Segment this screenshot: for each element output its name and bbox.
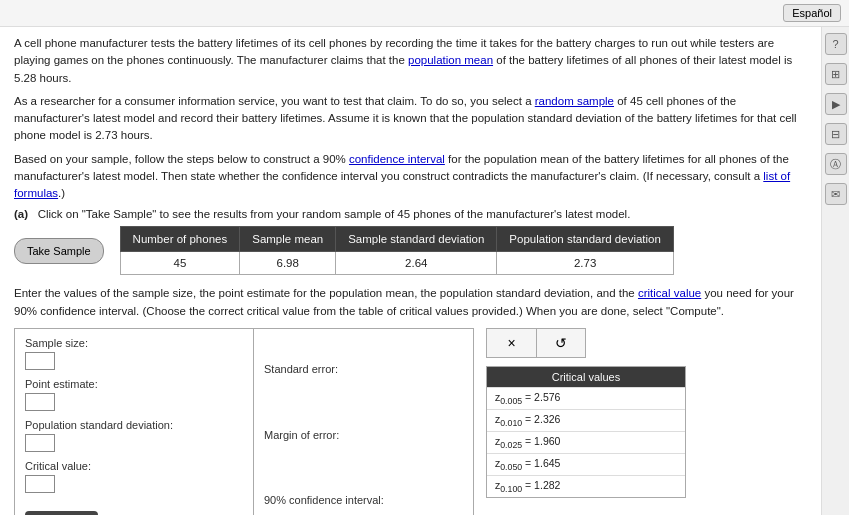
- col-header-num-phones: Number of phones: [120, 227, 240, 252]
- critical-value-group: Critical value:: [25, 460, 243, 493]
- cv-row-4: z0.050 = 1.645: [487, 453, 685, 475]
- cv-value-3: z0.025 = 1.960: [495, 435, 560, 447]
- cv-row-5: z0.100 = 1.282: [487, 475, 685, 497]
- standard-error-row: Standard error:: [264, 363, 463, 375]
- content-area: A cell phone manufacturer tests the batt…: [0, 27, 821, 515]
- cell-sample-std: 2.64: [336, 252, 497, 275]
- col-header-pop-std: Population standard deviation: [497, 227, 674, 252]
- espanol-button[interactable]: Español: [783, 4, 841, 22]
- play-icon[interactable]: ▶: [825, 93, 847, 115]
- table-section: Take Sample Number of phones Sample mean…: [14, 226, 807, 275]
- table-row: 45 6.98 2.64 2.73: [120, 252, 673, 275]
- margin-of-error-row: Margin of error:: [264, 429, 463, 441]
- cell-sample-mean: 6.98: [240, 252, 336, 275]
- cv-row-1: z0.005 = 2.576: [487, 387, 685, 409]
- critical-values-table: Critical values z0.005 = 2.576 z0.010 = …: [486, 366, 686, 498]
- sample-size-label: Sample size:: [25, 337, 243, 349]
- cv-row-2: z0.010 = 2.326: [487, 409, 685, 431]
- top-bar: Español: [0, 0, 849, 27]
- confidence-interval-label: 90% confidence interval:: [264, 494, 384, 506]
- middle-column: Standard error: Margin of error: 90% con…: [254, 328, 474, 515]
- main-content: A cell phone manufacturer tests the batt…: [0, 27, 849, 515]
- compute-instructions: Enter the values of the sample size, the…: [14, 285, 807, 320]
- right-sidebar: ? ⊞ ▶ ⊟ Ⓐ ✉: [821, 27, 849, 515]
- part-a-label: (a): [14, 208, 28, 220]
- pop-std-group: Population standard deviation:: [25, 419, 243, 452]
- data-table: Number of phones Sample mean Sample stan…: [120, 226, 674, 275]
- pop-std-input[interactable]: [25, 434, 55, 452]
- xy-buttons: × ↺: [486, 328, 686, 358]
- col-header-sample-std: Sample standard deviation: [336, 227, 497, 252]
- help-icon[interactable]: ?: [825, 33, 847, 55]
- sample-size-input[interactable]: [25, 352, 55, 370]
- cv-value-5: z0.100 = 1.282: [495, 479, 560, 491]
- population-mean-link[interactable]: population mean: [408, 54, 493, 66]
- intro-para1: A cell phone manufacturer tests the batt…: [14, 35, 807, 87]
- confidence-interval-row: 90% confidence interval:: [264, 494, 463, 506]
- intro-para2: As a researcher for a consumer informati…: [14, 93, 807, 145]
- cv-value-2: z0.010 = 2.326: [495, 413, 560, 425]
- compute-button[interactable]: Compute: [25, 511, 98, 515]
- point-estimate-input[interactable]: [25, 393, 55, 411]
- confidence-interval-link[interactable]: confidence interval: [349, 153, 445, 165]
- col-header-sample-mean: Sample mean: [240, 227, 336, 252]
- right-column: × ↺ Critical values z0.005 = 2.576 z0.01…: [486, 328, 686, 515]
- formulas-link[interactable]: list of formulas: [14, 170, 790, 199]
- x-button[interactable]: ×: [486, 328, 536, 358]
- grid-icon[interactable]: ⊞: [825, 63, 847, 85]
- input-grid: Sample size: Point estimate: Population …: [14, 328, 807, 515]
- point-estimate-label: Point estimate:: [25, 378, 243, 390]
- mail-icon[interactable]: ✉: [825, 183, 847, 205]
- critical-value-label: Critical value:: [25, 460, 243, 472]
- critical-value-link[interactable]: critical value: [638, 287, 701, 299]
- cv-value-1: z0.005 = 2.576: [495, 391, 560, 403]
- pop-std-label: Population standard deviation:: [25, 419, 243, 431]
- critical-value-input[interactable]: [25, 475, 55, 493]
- a-icon[interactable]: Ⓐ: [825, 153, 847, 175]
- take-sample-button[interactable]: Take Sample: [14, 238, 104, 264]
- random-sample-link[interactable]: random sample: [535, 95, 614, 107]
- cv-value-4: z0.050 = 1.645: [495, 457, 560, 469]
- cv-row-3: z0.025 = 1.960: [487, 431, 685, 453]
- margin-of-error-label: Margin of error:: [264, 429, 339, 441]
- minus-icon[interactable]: ⊟: [825, 123, 847, 145]
- input-column: Sample size: Point estimate: Population …: [14, 328, 254, 515]
- refresh-button[interactable]: ↺: [536, 328, 586, 358]
- point-estimate-group: Point estimate:: [25, 378, 243, 411]
- intro-para3: Based on your sample, follow the steps b…: [14, 151, 807, 203]
- cell-num-phones: 45: [120, 252, 240, 275]
- part-a-instruction: (a) Click on "Take Sample" to see the re…: [14, 208, 807, 220]
- standard-error-label: Standard error:: [264, 363, 338, 375]
- sample-size-group: Sample size:: [25, 337, 243, 370]
- cell-pop-std: 2.73: [497, 252, 674, 275]
- critical-values-header: Critical values: [487, 367, 685, 387]
